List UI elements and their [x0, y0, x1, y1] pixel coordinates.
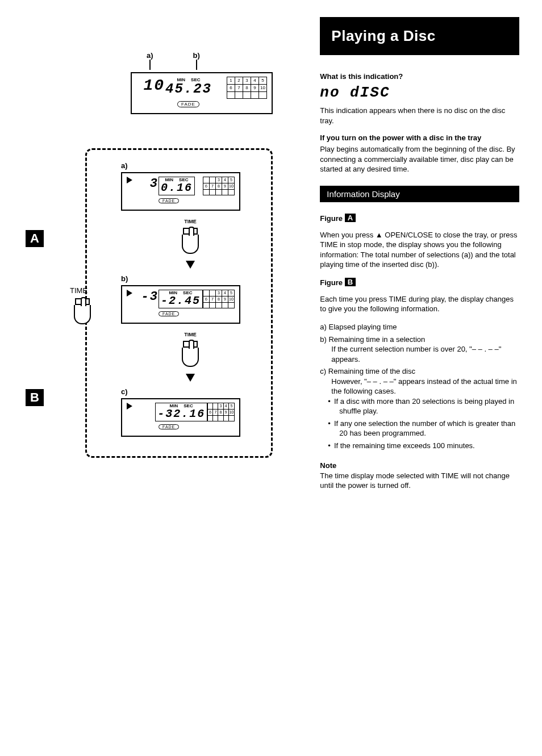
figure-a-ann-b: b): [193, 51, 200, 60]
play-icon: [127, 290, 132, 296]
figure-b-intro: Each time you press TIME during play, th…: [320, 294, 519, 314]
lcd-fade-indicator: FADE: [159, 198, 179, 203]
figure-a-badge: A: [345, 214, 356, 222]
lcd-time: -32.16: [157, 407, 205, 420]
lcd-track: 3: [136, 177, 159, 191]
list-item: b) Remaining time in a selection If the …: [320, 335, 519, 365]
lcd-display-figA: 10 MINSEC 45.23 12345 678910 FADE: [131, 72, 273, 114]
time-button-label: TIME: [121, 219, 260, 224]
figure-a-ann-a: a): [147, 51, 153, 60]
lcd-display-figB-b: -3 MINSEC -2.45 345 678910 FADE: [121, 285, 240, 324]
page-title: Playing a Disc: [320, 17, 519, 55]
figB-label-c: c): [121, 387, 260, 396]
lcd-track-grid: 12345 678910: [227, 77, 267, 99]
note-text: The time display mode selected with TIME…: [320, 471, 519, 491]
info-display-header: Information Display: [320, 186, 519, 202]
list-item: c) Remaining time of the disc However, "…: [320, 366, 519, 450]
figure-a-text: When you press ▲ OPEN/CLOSE to close the…: [320, 230, 519, 270]
figure-a-head: Figure: [320, 214, 343, 223]
figB-label-a: a): [121, 161, 260, 170]
lcd-track: 10: [136, 77, 165, 94]
time-button-label: TIME: [70, 286, 87, 295]
lcd-time: -2.45: [161, 294, 201, 307]
no-disc-display: no dISC: [320, 84, 519, 101]
no-disc-text: This indication appears when there is no…: [320, 106, 519, 126]
figure-a-marker: A: [26, 230, 44, 247]
what-is-heading: What is this indication?: [320, 72, 519, 81]
list-item: a) Elapsed playing time: [320, 322, 519, 332]
figure-b-list: a) Elapsed playing time b) Remaining tim…: [320, 322, 519, 451]
lcd-track: -3: [136, 290, 159, 304]
lcd-time: 0.16: [161, 181, 193, 194]
arrow-down-icon: [186, 374, 195, 382]
time-button-hand: TIME: [121, 219, 260, 258]
arrow-down-icon: [186, 261, 195, 269]
figure-b-marker: B: [26, 389, 44, 406]
lcd-time: 45.23: [165, 81, 212, 97]
power-on-text: Play begins automatically from the begin…: [320, 144, 519, 174]
figure-b-head: Figure: [320, 278, 343, 287]
list-item: If any one selection the number of which…: [339, 419, 519, 438]
power-on-heading: If you turn on the power with a disc in …: [320, 133, 519, 142]
figure-b-badge: B: [345, 278, 356, 286]
time-button-hand-side: TIME: [70, 286, 95, 331]
figure-b-illustration: TIME a) 3 MINSEC 0.16 345: [85, 148, 303, 458]
time-button-hand: TIME: [121, 332, 260, 371]
lcd-display-figB-a: 3 MINSEC 0.16 345 678910 FADE: [121, 172, 240, 211]
list-item: If the remaining time exceeds 100 minute…: [339, 441, 519, 451]
list-item: If a disc with more than 20 selections i…: [339, 396, 519, 416]
figB-label-b: b): [121, 274, 260, 283]
play-icon: [127, 177, 132, 183]
lcd-fade-indicator: FADE: [159, 424, 179, 429]
time-button-label: TIME: [121, 332, 260, 337]
lcd-display-figB-c: MINSEC -32.16 345 678910 FADE: [121, 398, 240, 437]
lcd-fade-indicator: FADE: [159, 311, 179, 316]
figure-a-illustration: a) b) 10 MINSEC 45.23 12345 678910: [131, 51, 303, 114]
lcd-fade-indicator: FADE: [177, 101, 199, 107]
play-icon: [127, 403, 132, 410]
note-heading: Note: [320, 461, 519, 470]
